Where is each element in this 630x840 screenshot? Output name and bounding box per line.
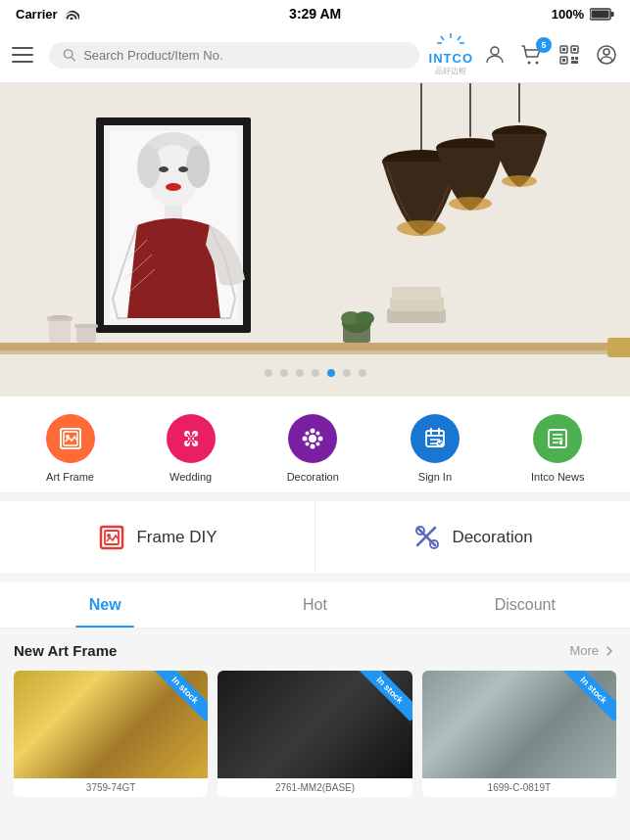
svg-point-23 bbox=[604, 49, 609, 55]
svg-line-7 bbox=[458, 36, 460, 40]
art-frame-icon-bg bbox=[46, 414, 95, 463]
svg-rect-21 bbox=[571, 61, 578, 64]
svg-point-46 bbox=[502, 175, 537, 187]
menu-button[interactable] bbox=[12, 41, 39, 69]
profile-nav-button[interactable] bbox=[595, 43, 618, 67]
tab-new[interactable]: New bbox=[0, 583, 210, 628]
in-stock-badge-3 bbox=[561, 671, 616, 725]
product-card-1[interactable]: 3759-74GT bbox=[14, 671, 208, 797]
svg-rect-26 bbox=[0, 350, 630, 354]
svg-point-76 bbox=[316, 443, 320, 446]
logo-text: INTCO bbox=[429, 51, 473, 66]
category-wedding[interactable]: Wedding bbox=[167, 414, 216, 483]
status-right: 100% bbox=[552, 7, 614, 22]
art-frame-label: Art Frame bbox=[46, 471, 94, 483]
logo-sub: 品好边框 bbox=[435, 66, 466, 76]
dot-7[interactable] bbox=[359, 369, 366, 377]
products-grid: 3759-74GT 2761-MM2(BASE) 1699-C-0819T bbox=[14, 671, 616, 797]
svg-rect-2 bbox=[611, 12, 614, 17]
svg-rect-18 bbox=[562, 59, 565, 62]
svg-point-69 bbox=[311, 429, 315, 434]
user-nav-button[interactable] bbox=[483, 43, 507, 67]
cart-badge: 5 bbox=[536, 37, 552, 53]
logo[interactable]: INTCO 品好边框 bbox=[429, 33, 473, 76]
svg-point-55 bbox=[355, 311, 374, 325]
tab-discount[interactable]: Discount bbox=[420, 583, 630, 628]
wedding-label: Wedding bbox=[170, 471, 212, 483]
in-stock-badge-1 bbox=[153, 671, 208, 725]
svg-line-6 bbox=[441, 36, 444, 40]
hero-background bbox=[0, 83, 630, 397]
svg-point-11 bbox=[528, 62, 531, 65]
svg-rect-50 bbox=[76, 326, 96, 343]
svg-rect-59 bbox=[607, 338, 630, 357]
product-card-2[interactable]: 2761-MM2(BASE) bbox=[218, 671, 412, 797]
user-icon bbox=[483, 43, 507, 67]
dot-2[interactable] bbox=[280, 369, 288, 377]
status-time: 3:29 AM bbox=[289, 6, 341, 22]
cart-nav-button[interactable]: 5 bbox=[520, 43, 544, 67]
wifi-icon bbox=[64, 8, 79, 20]
battery-label: 100% bbox=[552, 7, 584, 22]
svg-rect-14 bbox=[562, 48, 565, 51]
frame-diy-card-icon bbox=[97, 523, 126, 552]
category-intco-news[interactable]: Intco News bbox=[531, 414, 584, 483]
dot-1[interactable] bbox=[265, 369, 272, 377]
decoration-label: Decoration bbox=[287, 471, 339, 483]
svg-point-68 bbox=[309, 435, 316, 443]
sign-in-label: Sign In bbox=[418, 471, 452, 483]
intco-news-label: Intco News bbox=[531, 471, 584, 483]
svg-point-10 bbox=[491, 47, 499, 55]
frame-diy-icon bbox=[98, 524, 125, 551]
section-title: New Art Frame bbox=[14, 642, 117, 659]
svg-rect-16 bbox=[573, 48, 576, 51]
product-card-3[interactable]: 1699-C-0819T bbox=[422, 671, 616, 797]
dot-4[interactable] bbox=[312, 369, 319, 377]
search-icon bbox=[63, 48, 75, 62]
section-header: New Art Frame More bbox=[14, 642, 616, 659]
svg-point-62 bbox=[66, 435, 70, 439]
svg-point-12 bbox=[536, 62, 539, 65]
svg-rect-51 bbox=[74, 324, 98, 328]
category-decoration[interactable]: Decoration bbox=[287, 414, 339, 483]
more-button[interactable]: More bbox=[569, 643, 616, 658]
product-img-1 bbox=[14, 671, 208, 778]
battery-icon bbox=[590, 8, 614, 21]
product-sku-1: 3759-74GT bbox=[14, 778, 208, 797]
search-input[interactable] bbox=[83, 48, 405, 63]
dot-6[interactable] bbox=[343, 369, 351, 377]
status-bar: Carrier 3:29 AM 100% bbox=[0, 0, 630, 27]
profile-icon bbox=[595, 43, 618, 67]
svg-point-72 bbox=[318, 437, 323, 442]
banner-dots bbox=[265, 369, 366, 377]
decoration-card-label: Decoration bbox=[452, 528, 532, 547]
products-section: New Art Frame More 3759-74GT 2761-MM2(BA… bbox=[0, 629, 630, 811]
sign-in-icon bbox=[422, 426, 448, 451]
product-sku-3: 1699-C-0819T bbox=[422, 778, 616, 797]
search-bar[interactable] bbox=[49, 42, 419, 69]
decoration-card-icon bbox=[412, 523, 442, 552]
svg-point-44 bbox=[449, 197, 492, 210]
nav-icons: 5 bbox=[483, 43, 618, 67]
wedding-icon bbox=[178, 426, 204, 451]
category-art-frame[interactable]: Art Frame bbox=[46, 414, 95, 483]
dot-5[interactable] bbox=[327, 369, 335, 377]
intco-news-icon-bg bbox=[533, 414, 582, 463]
wedding-icon-bg bbox=[167, 414, 216, 463]
chevron-right-icon bbox=[603, 644, 616, 658]
svg-point-33 bbox=[186, 145, 210, 188]
dot-3[interactable] bbox=[296, 369, 304, 377]
category-sign-in[interactable]: Sign In bbox=[411, 414, 460, 483]
svg-line-4 bbox=[72, 57, 74, 60]
svg-point-35 bbox=[178, 166, 188, 172]
sign-in-icon-bg bbox=[411, 414, 460, 463]
decoration-icon-bg bbox=[288, 414, 337, 463]
svg-point-73 bbox=[306, 432, 310, 436]
frame-diy-card[interactable]: Frame DIY bbox=[0, 501, 315, 574]
svg-point-90 bbox=[107, 534, 111, 537]
scan-nav-button[interactable] bbox=[557, 43, 581, 67]
tab-hot[interactable]: Hot bbox=[210, 583, 419, 628]
product-img-2 bbox=[218, 671, 412, 778]
carrier-label: Carrier bbox=[16, 7, 58, 22]
decoration-card[interactable]: Decoration bbox=[315, 501, 630, 574]
